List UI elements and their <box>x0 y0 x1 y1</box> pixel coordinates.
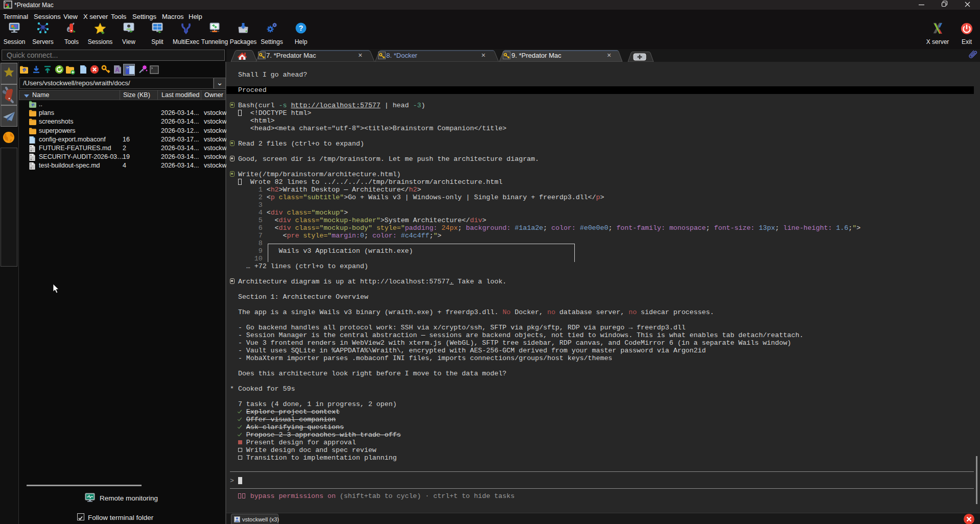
svg-text:?: ? <box>299 24 304 32</box>
svg-text:A: A <box>115 66 120 74</box>
